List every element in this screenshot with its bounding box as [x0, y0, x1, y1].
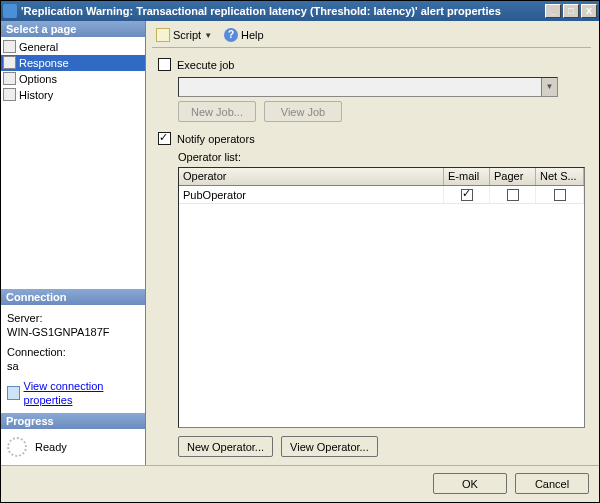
execute-job-label: Execute job	[177, 59, 234, 71]
script-icon	[156, 28, 170, 42]
connection-label: Connection:	[7, 345, 139, 359]
view-operator-button[interactable]: View Operator...	[281, 436, 378, 457]
script-button[interactable]: Script ▼	[152, 27, 216, 43]
cell-netsend	[536, 186, 584, 203]
connection-header: Connection	[1, 289, 145, 305]
main-panel: Script ▼ ? Help Execute job ▼ New Job...…	[146, 21, 599, 465]
operator-grid: Operator E-mail Pager Net S... PubOperat…	[178, 167, 585, 428]
help-icon: ?	[224, 28, 238, 42]
progress-header: Progress	[1, 413, 145, 429]
dialog-footer: OK Cancel	[1, 465, 599, 501]
table-row[interactable]: PubOperator	[179, 186, 584, 204]
ok-button[interactable]: OK	[433, 473, 507, 494]
email-checkbox[interactable]	[461, 189, 473, 201]
view-job-button: View Job	[264, 101, 342, 122]
view-connection-properties-link[interactable]: View connection properties	[24, 379, 139, 407]
grid-body: PubOperator	[179, 186, 584, 427]
page-icon	[3, 56, 16, 69]
help-button[interactable]: ? Help	[220, 27, 268, 43]
help-label: Help	[241, 29, 264, 41]
notify-operators-label: Notify operators	[177, 133, 255, 145]
page-icon	[3, 40, 16, 53]
spinner-icon	[7, 437, 27, 457]
col-pager[interactable]: Pager	[490, 168, 536, 185]
nav-item-response[interactable]: Response	[1, 55, 145, 71]
chevron-down-icon: ▼	[204, 31, 212, 40]
netsend-checkbox[interactable]	[554, 189, 566, 201]
sidebar: Select a page General Response Options H…	[1, 21, 146, 465]
window-title: 'Replication Warning: Transactional repl…	[21, 5, 545, 17]
cell-pager	[490, 186, 536, 203]
nav-label: Options	[19, 73, 57, 85]
nav-label: General	[19, 41, 58, 53]
col-netsend[interactable]: Net S...	[536, 168, 584, 185]
col-operator[interactable]: Operator	[179, 168, 444, 185]
new-operator-button[interactable]: New Operator...	[178, 436, 273, 457]
response-form: Execute job ▼ New Job... View Job Notify…	[152, 48, 591, 461]
app-icon	[3, 4, 17, 18]
job-select: ▼	[178, 77, 558, 97]
nav-item-options[interactable]: Options	[1, 71, 145, 87]
page-icon	[3, 72, 16, 85]
progress-status: Ready	[35, 441, 67, 453]
job-select-dropdown-button: ▼	[541, 78, 557, 96]
new-job-button: New Job...	[178, 101, 256, 122]
cell-operator: PubOperator	[179, 186, 444, 203]
titlebar: 'Replication Warning: Transactional repl…	[1, 1, 599, 21]
execute-job-checkbox[interactable]	[158, 58, 171, 71]
operator-list-label: Operator list:	[178, 151, 585, 163]
properties-icon	[7, 386, 20, 400]
cancel-button[interactable]: Cancel	[515, 473, 589, 494]
col-email[interactable]: E-mail	[444, 168, 490, 185]
notify-operators-checkbox[interactable]	[158, 132, 171, 145]
maximize-button[interactable]: □	[563, 4, 579, 18]
toolbar: Script ▼ ? Help	[152, 25, 591, 48]
progress-panel: Ready	[1, 429, 145, 465]
page-icon	[3, 88, 16, 101]
select-page-header: Select a page	[1, 21, 145, 37]
server-value: WIN-GS1GNPA187F	[7, 325, 139, 339]
nav-item-general[interactable]: General	[1, 39, 145, 55]
connection-panel: Server: WIN-GS1GNPA187F Connection: sa V…	[1, 305, 145, 413]
minimize-button[interactable]: _	[545, 4, 561, 18]
connection-value: sa	[7, 359, 139, 373]
pager-checkbox[interactable]	[507, 189, 519, 201]
nav-label: History	[19, 89, 53, 101]
close-button[interactable]: X	[581, 4, 597, 18]
cell-email	[444, 186, 490, 203]
nav-item-history[interactable]: History	[1, 87, 145, 103]
script-label: Script	[173, 29, 201, 41]
nav-list: General Response Options History	[1, 37, 145, 105]
grid-header: Operator E-mail Pager Net S...	[179, 168, 584, 186]
nav-label: Response	[19, 57, 69, 69]
server-label: Server:	[7, 311, 139, 325]
